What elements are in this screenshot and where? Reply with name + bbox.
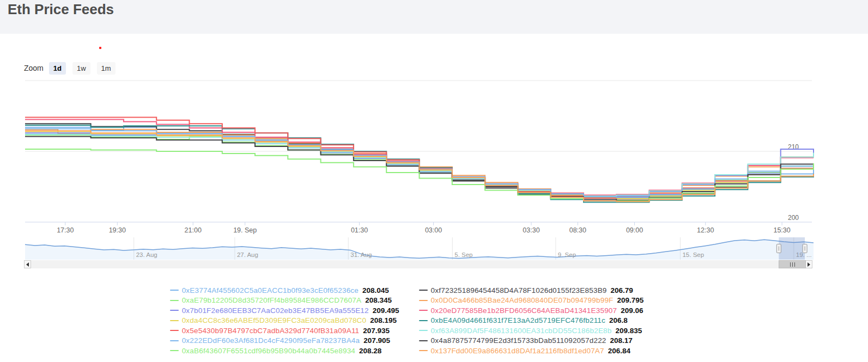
legend-item-5[interactable]: 0x20eD77585Be1b2BFD6056C64AEBaD41341E359… bbox=[419, 305, 644, 316]
legend-line-swatch bbox=[419, 300, 428, 301]
legend-item-7[interactable]: 0xbE4A09d4661f631f7E13aA2d5719EFC476fb21… bbox=[419, 316, 644, 326]
legend-series-value: 209.835 bbox=[616, 327, 642, 335]
legend-line-swatch bbox=[170, 310, 179, 311]
legend-series-value: 206.84 bbox=[608, 347, 630, 355]
legend-series-value: 206.79 bbox=[611, 286, 633, 294]
legend-series-value: 208.045 bbox=[362, 286, 389, 294]
legend-item-11[interactable]: 0x4a87875774799E2d3f15733bDab511092057d2… bbox=[419, 336, 644, 346]
legend-series-name: 0x137Fdd00E9a866631d8DAf1a2116fb8df1ed07… bbox=[431, 347, 604, 355]
legend-line-swatch bbox=[170, 300, 179, 301]
legend-line-swatch bbox=[170, 320, 179, 321]
legend-item-3[interactable]: 0x0D0Ca466b85Bae24Ad9680840DE07b094799b9… bbox=[419, 296, 644, 306]
legend-series-name: 0x20eD77585Be1b2BFD6056C64AEBaD41341E359… bbox=[431, 306, 617, 315]
x-axis-label: 17:30 bbox=[57, 226, 74, 234]
legend-series-name: 0xda4CC8c36e6ABEf5D309E9FC3aE0209caBd078… bbox=[182, 316, 367, 324]
legend-series-value: 208.195 bbox=[370, 316, 397, 324]
legend-series-value: 207.905 bbox=[363, 336, 390, 345]
legend-series-value: 207.935 bbox=[363, 327, 390, 335]
legend-line-swatch bbox=[170, 350, 179, 351]
legend-item-13[interactable]: 0x137Fdd00E9a866631d8DAf1a2116fb8df1ed07… bbox=[419, 346, 644, 356]
legend-line-swatch bbox=[419, 340, 428, 341]
legend-series-name: 0xE3774Af455602C5a0EACC1b0f93e3cE0f65236… bbox=[182, 286, 359, 294]
navigator-date-label: 23. Aug bbox=[136, 251, 157, 258]
scrollbar-grip-icon bbox=[790, 262, 795, 267]
x-axis-label: 15:30 bbox=[773, 226, 790, 234]
y-axis-label: 200 bbox=[788, 214, 799, 222]
legend-series-name: 0x7b01F2e680EEB3C7AaC02eb3E47BB5EA9a555E… bbox=[182, 306, 369, 315]
scrollbar-right-arrow-icon[interactable] bbox=[805, 260, 812, 268]
series-line-13 bbox=[25, 131, 814, 201]
legend-series-value: 209.795 bbox=[617, 296, 644, 304]
legend-series-value: 208.17 bbox=[610, 336, 633, 345]
x-axis-label: 19:30 bbox=[109, 226, 126, 234]
legend-series-name: 0xaB6f43607F6551cdf96b95B90b44a0b7445e89… bbox=[182, 347, 355, 355]
legend-line-swatch bbox=[170, 340, 179, 341]
x-axis-label: 03:30 bbox=[523, 226, 539, 234]
x-axis-label: 21:00 bbox=[185, 226, 202, 234]
legend-series-name: 0x5e5430b97B4797cbC7adbA329d7740fB31a09A… bbox=[182, 327, 360, 335]
legend-series-name: 0xaE79b12205D8d35720fFf4b89584E986CCD760… bbox=[182, 296, 362, 304]
legend-series-name: 0x4a87875774799E2d3f15733bDab511092057d2… bbox=[431, 336, 606, 345]
legend-item-10[interactable]: 0x222EDdF60e3Af681Dc4cF4290f95eFa78237BA… bbox=[170, 336, 399, 346]
scrollbar-thumb[interactable] bbox=[779, 260, 806, 268]
x-axis-label: 19. Sep bbox=[233, 226, 257, 234]
legend-item-8[interactable]: 0x5e5430b97B4797cbC7adbA329d7740fB31a09A… bbox=[170, 326, 399, 336]
legend-series-name: 0xf723251896454458D4A78F1026d0155f23E853… bbox=[431, 286, 607, 294]
x-axis-label: 12:30 bbox=[697, 226, 714, 234]
legend-item-9[interactable]: 0xf63A899DAf5F486131600EA31cbDD55C186b2E… bbox=[419, 326, 644, 336]
legend-line-swatch bbox=[170, 290, 179, 291]
chart-legend: 0xE3774Af455602C5a0EACC1b0f93e3cE0f65236… bbox=[0, 285, 814, 356]
legend-line-swatch bbox=[419, 290, 428, 291]
legend-item-12[interactable]: 0xaB6f43607F6551cdf96b95B90b44a0b7445e89… bbox=[170, 346, 399, 356]
legend-item-2[interactable]: 0xaE79b12205D8d35720fFf4b89584E986CCD760… bbox=[170, 296, 399, 306]
x-axis-label: 08:30 bbox=[569, 226, 586, 234]
x-axis-label: 03:00 bbox=[425, 226, 442, 234]
legend-line-swatch bbox=[170, 330, 179, 331]
legend-series-value: 208.28 bbox=[359, 347, 381, 355]
navigator-date-label: 9. Sep bbox=[558, 251, 576, 258]
legend-item-0[interactable]: 0xE3774Af455602C5a0EACC1b0f93e3cE0f65236… bbox=[170, 285, 399, 296]
navigator-date-label: 31. Aug bbox=[350, 251, 372, 258]
legend-series-name: 0x0D0Ca466b85Bae24Ad9680840DE07b094799b9… bbox=[431, 296, 614, 304]
navigator-selected-range[interactable] bbox=[779, 237, 805, 260]
navigator-date-label: 15. Sep bbox=[682, 251, 704, 258]
legend-item-1[interactable]: 0xf723251896454458D4A78F1026d0155f23E853… bbox=[419, 285, 644, 296]
legend-series-name: 0xbE4A09d4661f631f7E13aA2d5719EFC476fb21… bbox=[431, 316, 605, 324]
legend-series-name: 0xf63A899DAf5F486131600EA31cbDD55C186b2E… bbox=[431, 327, 612, 335]
scrollbar-track[interactable] bbox=[31, 260, 805, 268]
legend-item-6[interactable]: 0xda4CC8c36e6ABEf5D309E9FC3aE0209caBd078… bbox=[170, 316, 399, 326]
chart-scrollbar[interactable] bbox=[24, 260, 812, 268]
navigator-date-label: 27. Aug bbox=[237, 251, 258, 258]
legend-line-swatch bbox=[419, 320, 428, 321]
navigator-date-label: 5. Sep bbox=[454, 251, 472, 258]
legend-series-value: 206.8 bbox=[609, 316, 628, 324]
legend-series-name: 0x222EDdF60e3Af681Dc4cF4290f95eFa78237BA… bbox=[182, 336, 360, 345]
legend-line-swatch bbox=[419, 310, 428, 311]
legend-series-value: 209.06 bbox=[621, 306, 643, 315]
legend-series-value: 209.495 bbox=[373, 306, 399, 315]
scrollbar-left-arrow-icon[interactable] bbox=[24, 260, 31, 268]
legend-series-value: 208.345 bbox=[365, 296, 392, 304]
legend-item-4[interactable]: 0x7b01F2e680EEB3C7AaC02eb3E47BB5EA9a555E… bbox=[170, 305, 399, 316]
x-axis-label: 09:00 bbox=[626, 226, 643, 234]
series-line-12 bbox=[25, 149, 814, 201]
legend-line-swatch bbox=[419, 350, 428, 351]
legend-line-swatch bbox=[419, 330, 428, 331]
x-axis-label: 01:30 bbox=[351, 226, 368, 234]
